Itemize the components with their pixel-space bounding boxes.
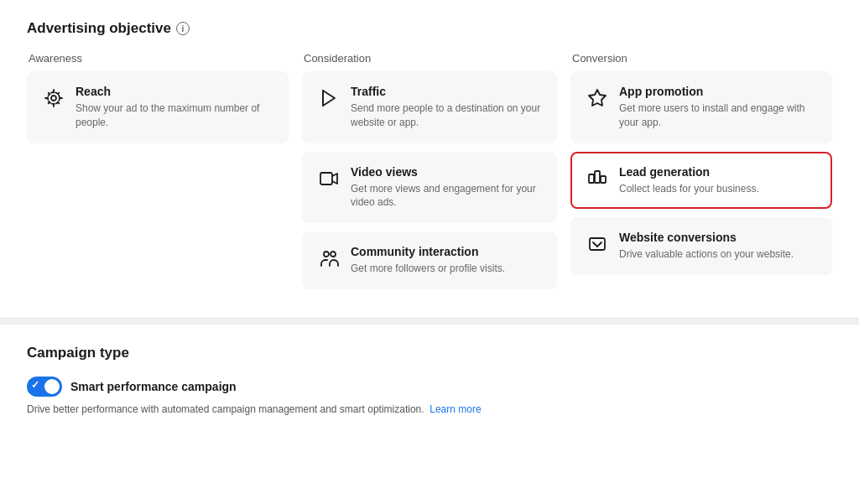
column-awareness: Awareness ReachShow your ad to the maxim… bbox=[27, 52, 295, 298]
svg-point-6 bbox=[331, 252, 336, 257]
card-title-app_promotion: App promotion bbox=[619, 85, 817, 98]
objectives-grid: Awareness ReachShow your ad to the maxim… bbox=[27, 52, 832, 298]
card-desc-website_conversions: Drive valuable actions on your website. bbox=[619, 247, 794, 262]
card-content-app_promotion: App promotionGet more users to install a… bbox=[619, 85, 817, 130]
card-desc-community: Get more followers or profile visits. bbox=[351, 262, 505, 276]
card-content-website_conversions: Website conversionsDrive valuable action… bbox=[619, 231, 794, 262]
campaign-type-title: Campaign type bbox=[27, 345, 832, 361]
card-traffic[interactable]: TrafficSend more people to a destination… bbox=[302, 71, 557, 143]
svg-rect-4 bbox=[320, 173, 332, 184]
card-title-video_views: Video views bbox=[351, 165, 542, 179]
card-title-reach: Reach bbox=[75, 85, 273, 98]
toggle-check-icon: ✓ bbox=[31, 379, 39, 391]
column-conversion: Conversion App promotionGet more users t… bbox=[564, 52, 832, 298]
card-content-reach: ReachShow your ad to the maximum number … bbox=[75, 85, 273, 130]
svg-point-0 bbox=[51, 96, 56, 101]
toggle-label: Smart performance campaign bbox=[70, 380, 237, 393]
card-content-community: Community interactionGet more followers … bbox=[351, 245, 505, 276]
card-video_views[interactable]: Video viewsGet more views and engagement… bbox=[302, 152, 557, 224]
svg-rect-10 bbox=[601, 176, 606, 183]
smart-performance-toggle[interactable]: ✓ bbox=[27, 377, 62, 397]
column-header-consideration: Consideration bbox=[302, 52, 557, 65]
svg-point-5 bbox=[324, 252, 329, 257]
card-content-traffic: TrafficSend more people to a destination… bbox=[351, 85, 542, 130]
card-content-video_views: Video viewsGet more views and engagement… bbox=[351, 165, 542, 210]
page-wrapper: Advertising objective i Awareness ReachS… bbox=[0, 0, 859, 504]
info-icon[interactable]: i bbox=[176, 22, 190, 35]
community-icon bbox=[317, 247, 341, 270]
card-desc-reach: Show your ad to the maximum number of pe… bbox=[75, 101, 273, 130]
card-app_promotion[interactable]: App promotionGet more users to install a… bbox=[570, 71, 832, 143]
card-content-lead_generation: Lead generationCollect leads for your bu… bbox=[619, 165, 759, 196]
svg-marker-2 bbox=[323, 91, 335, 106]
svg-point-1 bbox=[48, 92, 60, 104]
card-desc-lead_generation: Collect leads for your business. bbox=[619, 182, 759, 196]
section-divider bbox=[0, 318, 859, 325]
column-header-awareness: Awareness bbox=[27, 52, 289, 65]
svg-rect-11 bbox=[590, 238, 605, 250]
column-consideration: Consideration TrafficSend more people to… bbox=[295, 52, 564, 298]
campaign-description: Drive better performance with automated … bbox=[27, 402, 832, 417]
card-title-lead_generation: Lead generation bbox=[619, 165, 759, 179]
svg-marker-7 bbox=[589, 90, 606, 106]
svg-rect-9 bbox=[595, 171, 600, 183]
card-community[interactable]: Community interactionGet more followers … bbox=[302, 231, 557, 289]
card-title-traffic: Traffic bbox=[351, 85, 542, 98]
toggle-row: ✓ Smart performance campaign bbox=[27, 377, 832, 397]
app-icon bbox=[586, 86, 609, 110]
card-desc-video_views: Get more views and engagement for your v… bbox=[351, 182, 542, 210]
lead-icon bbox=[586, 167, 609, 190]
advertising-objective-section: Advertising objective i Awareness ReachS… bbox=[0, 0, 859, 318]
card-lead_generation[interactable]: Lead generationCollect leads for your bu… bbox=[570, 152, 832, 210]
advertising-objective-title: Advertising objective bbox=[27, 20, 171, 37]
learn-more-link[interactable]: Learn more bbox=[430, 403, 481, 415]
video-icon bbox=[317, 167, 341, 190]
reach-icon bbox=[42, 86, 65, 110]
traffic-icon bbox=[317, 86, 341, 110]
card-title-community: Community interaction bbox=[351, 245, 505, 258]
card-website_conversions[interactable]: Website conversionsDrive valuable action… bbox=[570, 217, 832, 275]
website-icon bbox=[586, 232, 609, 256]
card-reach[interactable]: ReachShow your ad to the maximum number … bbox=[27, 71, 289, 143]
section-title: Advertising objective i bbox=[27, 20, 832, 37]
column-header-conversion: Conversion bbox=[570, 52, 832, 65]
svg-rect-8 bbox=[589, 174, 594, 183]
card-desc-traffic: Send more people to a destination on you… bbox=[351, 101, 542, 130]
card-title-website_conversions: Website conversions bbox=[619, 231, 794, 244]
campaign-type-section: Campaign type ✓ Smart performance campai… bbox=[0, 325, 859, 437]
card-desc-app_promotion: Get more users to install and engage wit… bbox=[619, 101, 817, 130]
